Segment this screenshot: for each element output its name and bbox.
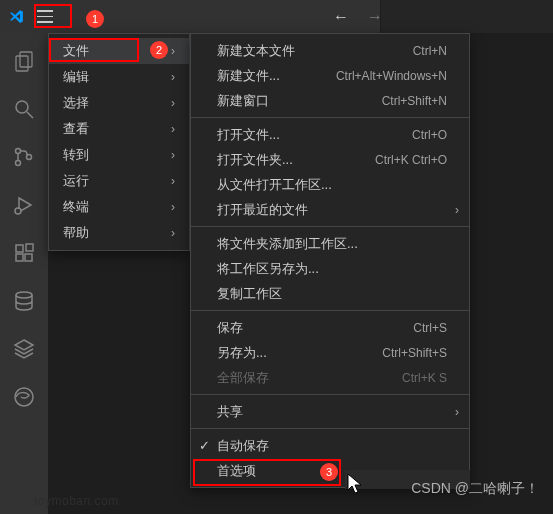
submenu-save-all: 全部保存Ctrl+K S [191,365,469,390]
database-icon[interactable] [0,281,48,321]
explorer-icon[interactable] [0,41,48,81]
vscode-logo-icon [8,8,25,25]
activity-bar [0,33,48,514]
search-icon[interactable] [0,89,48,129]
submenu-new-window[interactable]: 新建窗口Ctrl+Shift+N [191,88,469,113]
submenu-save-workspace-as[interactable]: 将工作区另存为... [191,256,469,281]
check-icon: ✓ [199,438,210,453]
submenu-new-file[interactable]: 新建文件...Ctrl+Alt+Windows+N [191,63,469,88]
run-debug-icon[interactable] [0,185,48,225]
background-watermark: toymoban.com [34,494,119,508]
source-control-icon[interactable] [0,137,48,177]
chevron-right-icon: › [171,122,175,136]
menu-item-terminal[interactable]: 终端› [49,194,189,220]
nav-back-icon[interactable]: ← [333,8,349,26]
main-menu: 文件› 编辑› 选择› 查看› 转到› 运行› 终端› 帮助› [48,33,190,251]
menu-item-edit[interactable]: 编辑› [49,64,189,90]
svg-point-6 [27,155,32,160]
chevron-right-icon: › [455,203,459,217]
svg-rect-10 [16,254,23,261]
submenu-autosave[interactable]: ✓自动保存 [191,433,469,458]
svg-point-15 [15,388,33,406]
submenu-share[interactable]: 共享› [191,399,469,424]
extensions-icon[interactable] [0,233,48,273]
watermark-text: CSDN @二哈喇子！ [411,480,539,498]
svg-point-13 [16,292,32,298]
hamburger-menu-button[interactable] [33,6,59,28]
chevron-right-icon: › [171,174,175,188]
submenu-open-workspace[interactable]: 从文件打开工作区... [191,172,469,197]
chevron-right-icon: › [171,70,175,84]
submenu-duplicate-workspace[interactable]: 复制工作区 [191,281,469,306]
svg-rect-1 [16,56,28,71]
stack-icon[interactable] [0,329,48,369]
chevron-right-icon: › [171,44,175,58]
menu-item-run[interactable]: 运行› [49,168,189,194]
file-submenu: 新建文本文件Ctrl+N 新建文件...Ctrl+Alt+Windows+N 新… [190,33,470,488]
svg-point-8 [15,208,21,214]
svg-marker-14 [15,340,33,350]
chevron-right-icon: › [455,405,459,419]
svg-rect-0 [20,52,32,67]
menu-item-selection[interactable]: 选择› [49,90,189,116]
svg-point-2 [16,101,28,113]
chevron-right-icon: › [171,226,175,240]
svg-point-5 [16,161,21,166]
editor-tab-well [380,0,553,33]
svg-rect-12 [26,244,33,251]
menu-item-go[interactable]: 转到› [49,142,189,168]
svg-rect-9 [16,245,23,252]
submenu-open-folder[interactable]: 打开文件夹...Ctrl+K Ctrl+O [191,147,469,172]
edge-icon[interactable] [0,377,48,417]
menu-item-file[interactable]: 文件› [49,38,189,64]
chevron-right-icon: › [171,148,175,162]
submenu-save-as[interactable]: 另存为...Ctrl+Shift+S [191,340,469,365]
submenu-save[interactable]: 保存Ctrl+S [191,315,469,340]
submenu-open-file[interactable]: 打开文件...Ctrl+O [191,122,469,147]
submenu-open-recent[interactable]: 打开最近的文件› [191,197,469,222]
submenu-new-text-file[interactable]: 新建文本文件Ctrl+N [191,38,469,63]
menu-item-help[interactable]: 帮助› [49,220,189,246]
svg-rect-11 [25,254,32,261]
chevron-right-icon: › [171,96,175,110]
svg-line-3 [27,112,33,118]
svg-point-4 [16,149,21,154]
menu-item-view[interactable]: 查看› [49,116,189,142]
chevron-right-icon: › [171,200,175,214]
submenu-add-folder[interactable]: 将文件夹添加到工作区... [191,231,469,256]
